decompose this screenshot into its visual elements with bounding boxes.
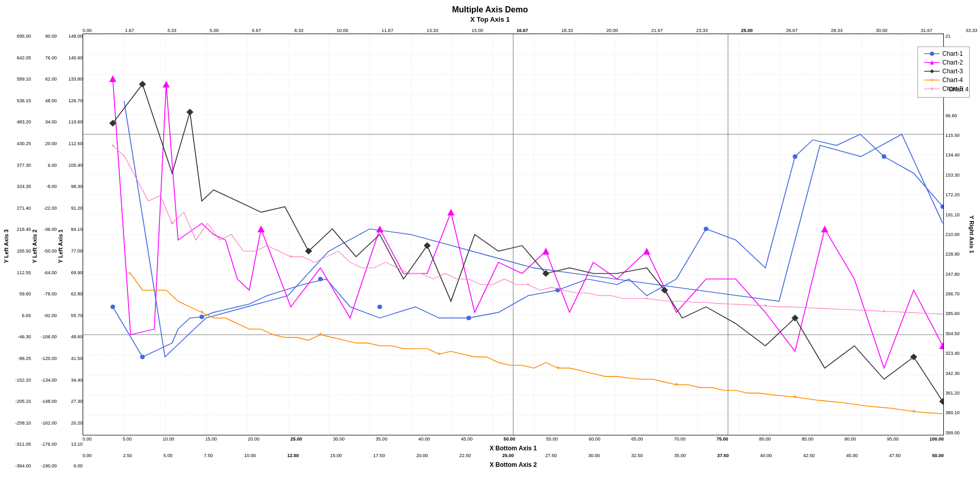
legend-item-chart2: Chart-2 [924,59,963,66]
x-bottom2-ticks-row: 0.002.505.007.5010.0012.5015.0017.5020.0… [83,452,977,461]
legend-label-chart4: Chart-4 [942,76,963,84]
y-left-axis-1-label: Y Left Axis 1 [57,229,64,263]
svg-text:+: + [882,308,886,314]
chart-center: 0.001.673.335.006.678.3310.0011.6713.331… [83,24,977,468]
legend-item-chart1: Chart-1 [924,50,963,57]
svg-text:+: + [111,142,115,148]
chart-title: Multiple Axis Demo [3,5,977,14]
svg-point-5 [140,355,145,359]
y-right-axis-1-label: Y Right Axis 1 [969,215,975,253]
svg-text:+: + [912,407,916,415]
svg-text:+: + [930,76,934,84]
x-bottom-axis1-label: X Bottom Axis 1 [83,445,977,452]
x-top-ticks-row: 0.001.673.335.006.678.3310.0011.6713.331… [83,24,977,34]
svg-point-11 [704,227,708,231]
svg-text:+: + [128,269,132,277]
svg-marker-55 [930,69,934,73]
legend-label-chart2: Chart-2 [942,59,963,66]
y-left-axis-3-container: Y Left Axis 3 695.00642.05589.10536.1548… [3,24,31,468]
svg-text:+: + [674,381,678,388]
svg-text:+: + [200,308,204,316]
chart-outer: Multiple Axis Demo X Top Axis 1 Y Left A… [0,0,980,486]
svg-point-9 [466,316,471,320]
x-bottom1-ticks-row: 0.005.0010.0015.0020.0025.0030.0035.0040… [83,435,977,445]
legend-item-chart3: Chart-3 [924,68,963,75]
y-left-axis-2-ticks: 90.0076.0062.0048.0034.0020.006.00-8.00-… [38,24,57,468]
svg-text:+: + [526,281,530,288]
y-left-axis-1-container: Y Left Axis 1 148.00140.90133.80126.7011… [57,24,83,468]
plot-area: + + + + + + + + + + + + [83,34,944,435]
legend-item-chart4: + Chart-4 [924,76,963,84]
svg-text:+: + [793,393,797,400]
legend-label-chart3: Chart-3 [942,68,963,75]
y-left-axis-1-ticks: 148.00140.90133.80126.70119.60112.50105.… [64,24,83,468]
svg-text:+: + [930,85,934,92]
svg-text:+: + [170,220,174,226]
y-left-axis-2-container: Y Left Axis 2 90.0076.0062.0048.0034.002… [31,24,57,468]
x-top-axis-label: X Top Axis 1 [3,15,977,23]
y-left-axis-3-ticks: 695.00642.05589.10536.15483.20430.25377.… [10,24,31,468]
svg-text:+: + [289,254,293,260]
svg-point-8 [377,305,382,309]
legend-label-chart1: Chart-1 [942,50,963,57]
svg-point-13 [882,154,887,159]
chart-svg: + + + + + + + + + + + + [83,34,943,435]
svg-text:+: + [319,331,323,338]
svg-text:+: + [764,303,767,309]
plot-row: + + + + + + + + + + + + [83,34,977,435]
svg-text:+: + [437,350,441,357]
x-bottom-axis2-label: X Bottom Axis 2 [83,461,977,468]
chart1-marker [110,305,115,309]
svg-text:+: + [408,270,412,276]
svg-point-7 [318,277,323,281]
y-left-axis-2-label: Y Left Axis 2 [31,229,38,263]
chart4-label-top: Chart 4 [949,86,969,93]
svg-point-12 [793,154,797,159]
svg-text:+: + [645,295,649,302]
y-left-axis-3-label: Y Left Axis 3 [3,229,9,263]
svg-text:+: + [556,364,560,371]
svg-point-51 [930,52,934,56]
